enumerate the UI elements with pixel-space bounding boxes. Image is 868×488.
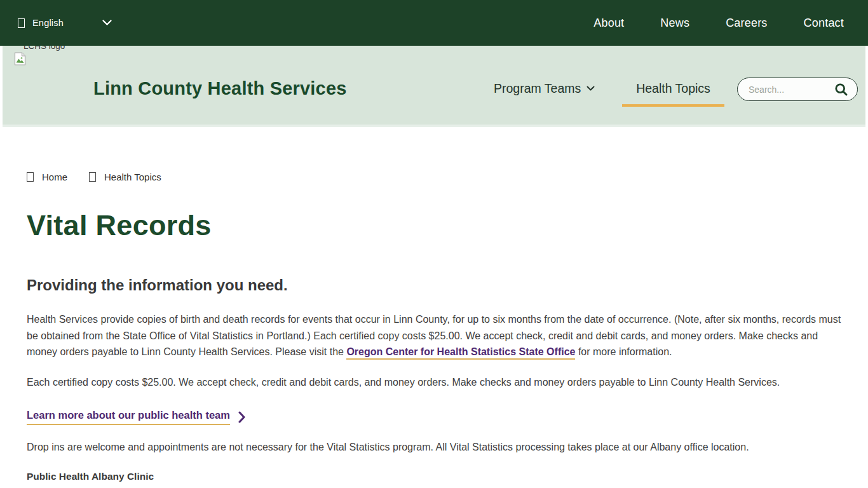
breadcrumb-home-label: Home xyxy=(42,172,67,182)
paragraph-records-info: Health Services provide copies of birth … xyxy=(27,311,841,360)
clinic-name: Public Health Albany Clinic xyxy=(27,471,841,482)
search-icon xyxy=(834,83,848,97)
separator-icon xyxy=(89,172,96,182)
nav-program-teams[interactable]: Program Teams xyxy=(494,81,595,96)
top-nav-contact[interactable]: Contact xyxy=(804,17,844,30)
page-subtitle: Providing the information you need. xyxy=(27,276,841,294)
language-label: English xyxy=(32,18,95,28)
nav-health-topics-active[interactable]: Health Topics xyxy=(622,81,724,107)
top-nav-about[interactable]: About xyxy=(593,17,624,30)
home-icon xyxy=(27,172,34,182)
language-selector[interactable]: English xyxy=(18,18,112,28)
site-header: LCHS logo Linn County Health Services Pr… xyxy=(3,46,865,127)
oregon-center-link[interactable]: Oregon Center for Health Statistics Stat… xyxy=(346,346,575,360)
page-title: Vital Records xyxy=(27,209,841,242)
breadcrumb: Home Health Topics xyxy=(27,172,841,182)
broken-image-icon xyxy=(14,52,26,65)
top-nav-news[interactable]: News xyxy=(660,17,689,30)
paragraph-cost-info: Each certified copy costs $25.00. We acc… xyxy=(27,374,841,391)
health-topics-label: Health Topics xyxy=(636,81,710,95)
site-title: Linn County Health Services xyxy=(93,78,347,99)
breadcrumb-health-topics-label: Health Topics xyxy=(104,172,161,182)
paragraph-dropins: Drop ins are welcome and appointments ar… xyxy=(27,439,841,456)
main-content: Home Health Topics Vital Records Providi… xyxy=(0,172,868,488)
search-input[interactable] xyxy=(749,85,833,95)
search-button[interactable] xyxy=(833,81,850,98)
breadcrumb-home[interactable]: Home xyxy=(27,172,67,182)
globe-icon xyxy=(18,18,25,28)
learn-more-link[interactable]: Learn more about our public health team xyxy=(27,409,230,425)
top-utility-bar: English About News Careers Contact xyxy=(0,0,868,46)
program-teams-label: Program Teams xyxy=(494,81,581,96)
paragraph1-text-after: for more information. xyxy=(575,346,672,357)
search-box xyxy=(737,78,858,101)
breadcrumb-health-topics[interactable]: Health Topics xyxy=(89,172,161,182)
chevron-down-icon xyxy=(587,86,595,92)
top-nav-careers[interactable]: Careers xyxy=(726,17,767,30)
top-nav: About News Careers Contact xyxy=(593,17,844,30)
learn-more-row: Learn more about our public health team xyxy=(27,409,841,425)
chevron-down-icon xyxy=(102,20,112,26)
chevron-right-icon xyxy=(238,411,245,423)
